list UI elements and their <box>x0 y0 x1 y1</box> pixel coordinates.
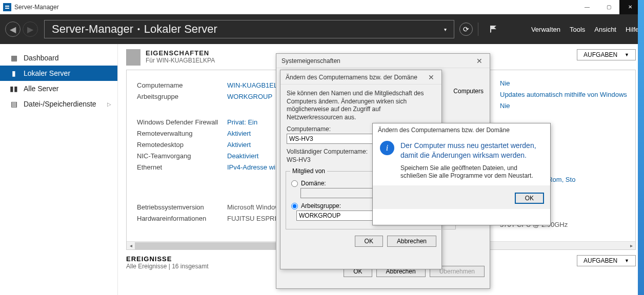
close-icon[interactable]: ✕ <box>426 73 436 81</box>
close-icon[interactable]: ✕ <box>474 57 485 65</box>
notifications-flag-icon[interactable] <box>489 25 498 34</box>
titlebar: Server-Manager — ▢ ✕ <box>0 0 644 14</box>
tasks-dropdown[interactable]: AUFGABEN▼ <box>577 49 636 60</box>
breadcrumb-current[interactable]: Lokaler Server <box>144 23 217 36</box>
maximize-button[interactable]: ▢ <box>598 0 619 14</box>
chevron-icon: • <box>137 25 140 33</box>
events-subtitle: Alle Ereignisse | 16 insgesamt <box>126 263 209 270</box>
desktop-edge <box>638 0 644 295</box>
svg-rect-0 <box>5 5 10 10</box>
breadcrumb[interactable]: Server-Manager • Lokaler Server ▾ <box>44 20 454 38</box>
server-icon: ▮ <box>9 70 18 77</box>
label-hardware: Hardwareinformationen <box>137 215 227 222</box>
separator <box>478 23 478 36</box>
label-ethernet: Ethernet <box>137 163 227 171</box>
label-computers: Computers <box>453 88 484 95</box>
events-tasks-dropdown[interactable]: AUFGABEN▼ <box>577 255 636 266</box>
scroll-right-icon[interactable]: ▸ <box>627 243 635 248</box>
menu-tools[interactable]: Tools <box>570 26 585 33</box>
dialog-message: Der Computer muss neu gestartet werden, … <box>400 141 543 160</box>
header-bar: ◀ ▶ Server-Manager • Lokaler Server ▾ ⟳ … <box>0 14 644 44</box>
scroll-left-icon[interactable]: ◂ <box>127 243 135 248</box>
sidebar-item-label: Dashboard <box>24 54 59 62</box>
value-windows-update[interactable]: Updates automatisch mithilfe von Windows… <box>500 91 628 102</box>
minimize-button[interactable]: — <box>576 0 598 14</box>
svg-rect-1 <box>5 6 9 7</box>
chevron-down-icon: ▼ <box>625 258 629 263</box>
value-last-update[interactable]: Nie <box>500 79 628 91</box>
dialog-hint: Sie können den Namen und die Mitgliedsch… <box>280 85 441 125</box>
value-firewall[interactable]: Privat: Ein <box>227 118 257 126</box>
value-remote-desktop[interactable]: Aktiviert <box>227 141 251 149</box>
label-os-version: Betriebssystemversion <box>137 203 227 211</box>
chevron-down-icon[interactable]: ▾ <box>444 27 447 32</box>
label-remote-desktop: Remotedesktop <box>137 141 227 149</box>
refresh-button[interactable]: ⟳ <box>459 23 473 36</box>
menu-verwalten[interactable]: Verwalten <box>531 26 560 33</box>
ok-button[interactable]: OK <box>515 193 544 204</box>
servers-icon: ▮▮ <box>9 85 18 92</box>
label-remote-mgmt: Remoteverwaltung <box>137 130 227 137</box>
section-title: EIGENSCHAFTEN <box>146 49 215 57</box>
restart-required-dialog: Ändern des Computernamens bzw. der Domän… <box>372 123 551 225</box>
fieldset-legend: Mitglied von <box>290 167 327 175</box>
chevron-down-icon: ▼ <box>625 52 629 57</box>
sidebar-item-dashboard[interactable]: ▦ Dashboard <box>0 50 117 66</box>
events-title: EREIGNISSE <box>126 255 209 263</box>
label-nic-teaming: NIC-Teamvorgang <box>137 152 227 160</box>
forward-button: ▶ <box>23 22 38 37</box>
ok-button[interactable]: OK <box>355 236 383 247</box>
storage-icon: ▤ <box>9 100 18 108</box>
sidebar-item-label: Lokaler Server <box>24 69 70 77</box>
menu-ansicht[interactable]: Ansicht <box>594 26 616 33</box>
chevron-right-icon: ▷ <box>107 101 111 107</box>
sidebar-item-local-server[interactable]: ▮ Lokaler Server <box>0 66 117 81</box>
dialog-title: Systemeigenschaften <box>281 57 340 65</box>
window-title: Server-Manager <box>14 4 59 11</box>
dialog-subtext: Speichern Sie alle geöffneten Dateien, u… <box>373 162 550 180</box>
label-firewall: Windows Defender Firewall <box>137 118 227 126</box>
value-last-checked[interactable]: Nie <box>500 102 628 113</box>
dialog-title: Ändern des Computernamens bzw. der Domän… <box>286 74 417 81</box>
label-workgroup: Arbeitsgruppe <box>137 93 227 100</box>
sidebar-item-label: Alle Server <box>24 85 58 93</box>
sidebar-item-all-servers[interactable]: ▮▮ Alle Server <box>0 81 117 96</box>
app-icon <box>3 3 11 11</box>
value-remote-mgmt[interactable]: Aktiviert <box>227 130 251 137</box>
value-nic-teaming[interactable]: Deaktiviert <box>227 152 258 160</box>
section-subtitle: Für WIN-KUAGB1ELKPA <box>146 57 215 64</box>
cancel-button[interactable]: Abbrechen <box>387 236 436 247</box>
value-workgroup[interactable]: WORKGROUP <box>227 93 272 100</box>
svg-rect-2 <box>5 8 9 9</box>
info-icon: i <box>380 141 394 155</box>
dashboard-icon: ▦ <box>9 54 18 61</box>
menu-hilfe[interactable]: Hilfe <box>626 26 639 33</box>
label-computer-name: Computername <box>137 81 227 89</box>
server-icon <box>126 49 140 66</box>
sidebar-item-label: Datei-/Speicherdienste <box>24 100 96 108</box>
back-button[interactable]: ◀ <box>5 22 21 37</box>
sidebar: ▦ Dashboard ▮ Lokaler Server ▮▮ Alle Ser… <box>0 44 118 295</box>
sidebar-item-file-storage[interactable]: ▤ Datei-/Speicherdienste ▷ <box>0 96 117 112</box>
dialog-title: Ändern des Computernamens bzw. der Domän… <box>373 123 550 137</box>
breadcrumb-root[interactable]: Server-Manager <box>52 23 133 36</box>
